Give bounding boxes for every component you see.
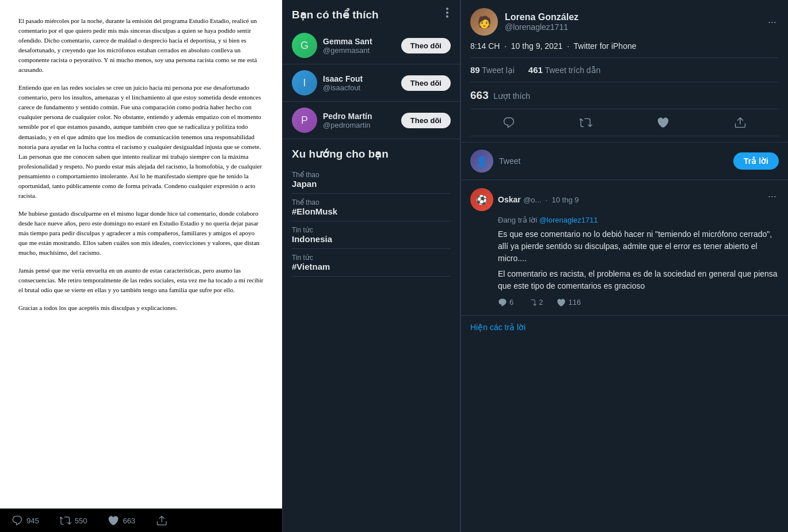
retweet-count-stat: 89 xyxy=(470,65,480,75)
reply-comment-action[interactable]: 6 xyxy=(498,298,513,307)
suggest-avatar-pedro: P xyxy=(292,108,317,133)
reply-item-oskar: ⚽ Oskar @o... · 10 thg 9 ··· Đang trả lờ… xyxy=(461,180,788,316)
letter-paragraph-4: Jamás pensé que me vería envuelta en un … xyxy=(18,266,264,295)
share-icon xyxy=(156,515,168,526)
you-might-like-header: Bạn có thể thích xyxy=(283,0,460,27)
suggest-info-gemma: Gemma Sant @gemmasant xyxy=(323,37,395,55)
suggest-name-pedro: Pedro Martín xyxy=(323,112,395,121)
meta-separator2: · xyxy=(567,41,569,51)
comment-count: 945 xyxy=(26,516,39,525)
reply-placeholder: Tweet xyxy=(499,156,728,166)
likes-count: 663 xyxy=(470,89,489,101)
retweet-action[interactable]: 550 xyxy=(60,515,87,526)
follow-button-isaac[interactable]: Theo dõi xyxy=(401,75,451,91)
trending-title: Xu hướng cho bạn xyxy=(292,147,451,160)
suggest-item-gemma: G Gemma Sant @gemmasant Theo dõi xyxy=(283,27,460,64)
suggest-avatar-gemma: G xyxy=(292,33,317,58)
comment-action-btn[interactable] xyxy=(498,112,520,133)
trend-category-indonesia: Tin tức xyxy=(292,226,451,234)
comment-action[interactable]: 945 xyxy=(12,515,39,526)
reply-author-info-oskar: ⚽ Oskar @o... · 10 thg 9 xyxy=(470,188,578,211)
reply-footer-oskar: 6 2 116 xyxy=(498,298,779,307)
reply-box: 👤 Tweet Trả lời xyxy=(461,143,788,180)
reply-text-2: El comentario es racista, el problema es… xyxy=(498,268,779,292)
suggest-handle-pedro: @pedromartin xyxy=(323,121,395,129)
suggest-info-isaac: Isaac Fout @isaacfout xyxy=(323,74,395,92)
letter-paragraph-2: Entiendo que en las redes sociales se cr… xyxy=(18,83,264,201)
reply-thread: ⚽ Oskar @o... · 10 thg 9 ··· Đang trả lờ… xyxy=(461,180,788,532)
reply-like-count: 116 xyxy=(568,298,581,307)
like-action-btn[interactable] xyxy=(652,112,674,133)
reply-like-action[interactable]: 116 xyxy=(557,298,581,307)
like-action[interactable]: 663 xyxy=(108,515,135,526)
suggest-item-pedro: P Pedro Martín @pedromartin Theo dõi xyxy=(283,102,460,139)
tweet-image-container: El pasado miércoles por la noche, durant… xyxy=(0,0,282,508)
trend-vietnam[interactable]: Tin tức #Vietnam xyxy=(292,249,451,277)
trend-name-indonesia: Indonesia xyxy=(292,234,451,244)
trend-japan[interactable]: Thể thao Japan xyxy=(292,166,451,194)
tweet-platform: Twitter for iPhone xyxy=(574,41,637,51)
share-action-btn[interactable] xyxy=(729,112,751,133)
reply-text-1: Es que ese comentario no lo debió hacer … xyxy=(498,228,779,265)
reply-button[interactable]: Trả lời xyxy=(733,152,779,170)
comment-icon xyxy=(12,515,23,526)
left-panel: El pasado miércoles por la noche, durant… xyxy=(0,0,282,532)
reply-name-group-oskar: Oskar @o... · 10 thg 9 xyxy=(498,194,578,205)
tweet-date: 10 thg 9, 2021 xyxy=(511,41,563,51)
quote-tweet-stat[interactable]: 461 Tweet trích dẫn xyxy=(528,65,601,75)
reply-mention[interactable]: @lorenaglez1711 xyxy=(539,216,598,224)
reply-avatar-oskar: ⚽ xyxy=(470,188,493,211)
like-icon-right xyxy=(657,116,669,129)
letter-paragraph-1: El pasado miércoles por la noche, durant… xyxy=(18,16,264,75)
trend-category-elon: Thể thao xyxy=(292,198,451,206)
quote-tweet-count: 461 xyxy=(528,65,543,75)
author-row: 🧑 Lorena González @lorenaglez1711 ··· xyxy=(470,8,779,36)
follow-button-pedro[interactable]: Theo dõi xyxy=(401,113,451,128)
trend-name-elon: #ElonMusk xyxy=(292,206,451,216)
reply-comment-icon xyxy=(498,298,507,307)
reply-more-button-oskar[interactable]: ··· xyxy=(766,188,779,205)
letter-paragraph-5: Gracias a todos los que aceptéis mis dis… xyxy=(18,303,264,313)
suggest-item-isaac: I Isaac Fout @isaacfout Theo dõi xyxy=(283,64,460,102)
trend-category-vietnam: Tin tức xyxy=(292,254,451,262)
tweet-bottom-actions: 945 550 663 xyxy=(0,508,282,532)
tweet-actions-row xyxy=(470,109,779,136)
trend-name-japan: Japan xyxy=(292,179,451,189)
retweet-action-btn[interactable] xyxy=(575,112,597,133)
author-info: 🧑 Lorena González @lorenaglez1711 xyxy=(470,8,578,36)
reply-avatar: 👤 xyxy=(470,150,493,173)
retweet-count: 550 xyxy=(75,516,87,525)
author-handle: @lorenaglez1711 xyxy=(505,22,578,32)
right-panel: 🧑 Lorena González @lorenaglez1711 ··· 8:… xyxy=(460,0,788,532)
reply-comment-count: 6 xyxy=(509,298,513,307)
tweet-header: 🧑 Lorena González @lorenaglez1711 ··· 8:… xyxy=(461,0,788,143)
suggest-info-pedro: Pedro Martín @pedromartin xyxy=(323,112,395,129)
suggest-name-isaac: Isaac Fout xyxy=(323,74,395,83)
tweet-time: 8:14 CH xyxy=(470,41,500,51)
suggest-avatar-isaac: I xyxy=(292,70,317,95)
expand-button[interactable] xyxy=(441,7,453,21)
follow-button-gemma[interactable]: Theo dõi xyxy=(401,38,451,53)
trend-category-japan: Thể thao xyxy=(292,171,451,179)
comment-icon-right xyxy=(503,116,515,129)
likes-row: 663 Lượt thích xyxy=(470,82,779,109)
share-icon-right xyxy=(734,116,747,129)
suggest-handle-gemma: @gemmasant xyxy=(323,46,395,55)
reply-handle-oskar: @o... · 10 thg 9 xyxy=(523,196,578,204)
tweet-stats-row: 89 Tweet lại 461 Tweet trích dẫn xyxy=(470,58,779,82)
trend-indonesia[interactable]: Tin tức Indonesia xyxy=(292,221,451,249)
show-replies-link[interactable]: Hiện các trả lời xyxy=(461,316,788,339)
reply-retweet-action[interactable]: 2 xyxy=(527,298,543,307)
suggest-name-gemma: Gemma Sant xyxy=(323,37,395,46)
suggest-handle-isaac: @isaacfout xyxy=(323,83,395,92)
avatar-initial: 🧑 xyxy=(477,15,492,29)
reply-header-oskar: ⚽ Oskar @o... · 10 thg 9 ··· xyxy=(470,188,779,211)
avatar: 🧑 xyxy=(470,8,498,36)
retweet-stat[interactable]: 89 Tweet lại xyxy=(470,65,515,75)
trend-elonmusk[interactable]: Thể thao #ElonMusk xyxy=(292,194,451,221)
reply-like-icon xyxy=(557,298,566,307)
more-options-button[interactable]: ··· xyxy=(766,14,779,30)
quote-tweet-label: Tweet trích dẫn xyxy=(545,66,600,75)
share-action[interactable] xyxy=(156,515,168,526)
like-count: 663 xyxy=(123,516,135,525)
